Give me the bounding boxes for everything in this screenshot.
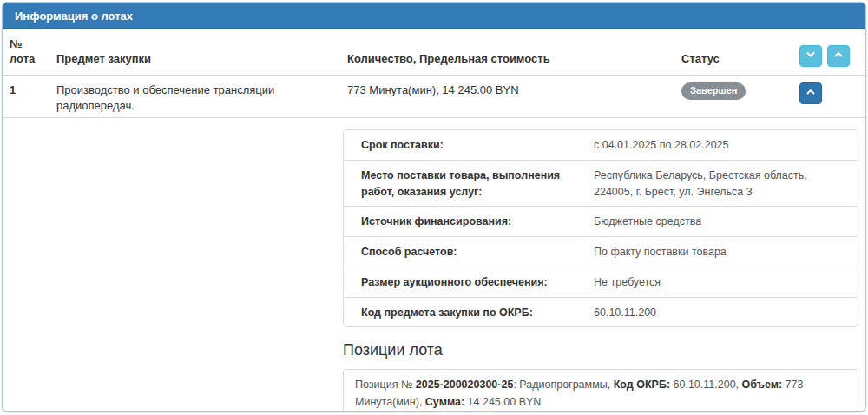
chevron-down-icon [806,49,816,63]
detail-label: Способ расчетов: [361,244,594,260]
detail-row-delivery-term: Срок поставки: с 04.01.2025 по 28.02.202… [344,130,858,161]
detail-row-okrb-code: Код предмета закупки по ОКРБ: 60.10.11.2… [344,298,858,327]
detail-label: Срок поставки: [361,137,594,154]
position-item: Позиция № 2025-200020300-25: Радиопрогра… [343,369,858,412]
detail-label: Код предмета закупки по ОКРБ: [361,305,594,321]
detail-label: Источник финансирования: [361,214,594,230]
lots-table-header: № лота Предмет закупки Количество, Преде… [3,29,865,76]
position-text-segment: : Радиопрограммы, [513,379,613,391]
status-badge: Завершен [681,82,746,100]
chevron-up-icon [806,87,816,100]
position-volume-label: Объем: [742,379,783,391]
panel-title: Информация о лотах [15,10,133,23]
detail-row-auction-security: Размер аукционного обеспечения: Не требу… [344,267,858,298]
detail-value: Бюджетные средства [594,214,840,230]
detail-label: Место поставки товара, выполнения работ,… [361,168,594,201]
lot-status-cell: Завершен [681,82,799,100]
panel-header: Информация о лотах [3,3,865,29]
detail-row-financing-source: Источник финансирования: Бюджетные средс… [344,207,858,237]
lot-row: 1 Производство и обеспечение трансляции … [3,76,865,118]
sort-ascending-button[interactable] [827,45,850,67]
lot-details-table: Срок поставки: с 04.01.2025 по 28.02.202… [343,129,858,327]
column-header-quantity: Количество, Предельная стоимость [347,51,681,67]
detail-row-payment-method: Способ расчетов: По факту поставки товар… [344,237,858,267]
detail-value: Не требуется [594,274,840,291]
column-header-lot-number: № лота [10,36,49,67]
detail-value: с 04.01.2025 по 28.02.2025 [594,137,840,154]
lot-details-section: Срок поставки: с 04.01.2025 по 28.02.202… [3,118,865,412]
position-number: 2025-200020300-25 [416,379,514,391]
lot-actions [799,82,858,104]
chevron-up-icon [833,49,844,63]
position-sum-label: Сумма: [425,396,464,408]
lot-quantity-cost: 773 Минута(мин), 14 245.00 BYN [347,82,681,98]
column-header-status: Статус [681,51,799,67]
position-text-segment: 60.10.11.200, [670,379,741,391]
position-okrb-label: Код ОКРБ: [614,379,670,391]
positions-title: Позиции лота [343,341,858,359]
lot-number: 1 [10,82,56,98]
detail-value: Республика Беларусь, Брестская область, … [594,168,840,201]
detail-label: Размер аукционного обеспечения: [361,274,594,291]
detail-value: По факту поставки товара [594,244,840,260]
lot-subject: Производство и обеспечение трансляции ра… [56,82,347,113]
lots-panel: Информация о лотах № лота Предмет закупк… [2,2,866,412]
detail-value: 60.10.11.200 [594,305,840,321]
sort-descending-button[interactable] [799,45,822,67]
position-text-segment: Позиция № [355,379,416,391]
position-text-segment: 14 245.00 BYN [464,396,541,408]
collapse-lot-button[interactable] [799,82,822,104]
detail-row-delivery-place: Место поставки товара, выполнения работ,… [344,161,858,208]
sort-buttons [799,45,858,67]
column-header-subject: Предмет закупки [56,51,347,67]
